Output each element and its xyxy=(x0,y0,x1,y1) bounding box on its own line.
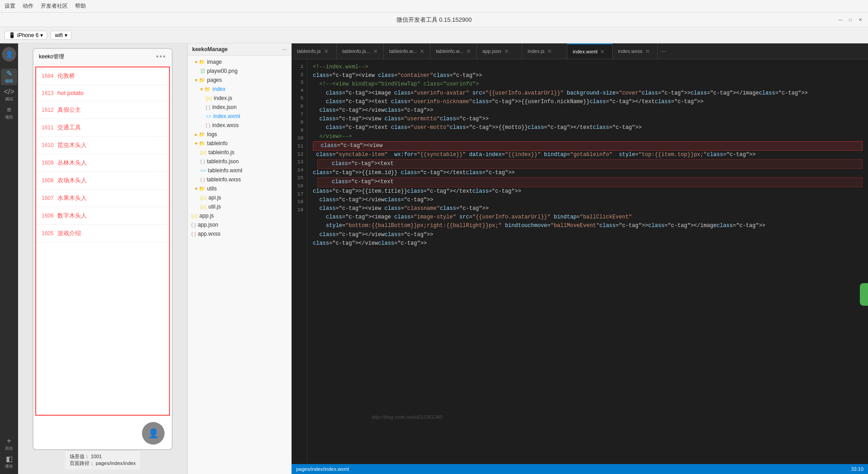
sidebar-item-project[interactable]: ≡ 项目 xyxy=(1,105,17,121)
line-number: 19 xyxy=(295,206,303,214)
menu-actions[interactable]: 动作 xyxy=(23,2,33,10)
line-number: 10 xyxy=(295,134,303,142)
code-line: <!--<view bindtap="bindViewTap" class="u… xyxy=(313,80,863,89)
close-button[interactable]: ✕ xyxy=(857,17,863,23)
tab-index-js[interactable]: index.js✕ xyxy=(522,43,567,59)
tab-close-icon[interactable]: ✕ xyxy=(420,48,425,55)
sidebar-item-debug[interactable]: </> 调试 xyxy=(1,87,17,103)
tab-close-icon[interactable]: ✕ xyxy=(547,48,552,55)
code-area[interactable]: <!--index.wxml-->class="c-tag"><view cla… xyxy=(307,59,868,464)
file-panel-more-icon[interactable]: ··· xyxy=(282,46,287,52)
user-avatar[interactable]: 👤 xyxy=(2,47,16,62)
tab-tableinfo-js2[interactable]: tableinfo.js...✕ xyxy=(337,43,384,59)
file-item[interactable]: [js]util.js xyxy=(188,202,291,211)
sidebar-item-editor[interactable]: ✎ 编辑 xyxy=(1,69,17,85)
phone-menu-dots[interactable]: ••• xyxy=(156,52,166,61)
folder-item[interactable]: ▾ 📁utils xyxy=(188,184,291,193)
list-item[interactable]: 1608农场木头人 xyxy=(36,172,169,190)
file-item[interactable]: { }index.json xyxy=(188,103,291,112)
menu-settings[interactable]: 设置 xyxy=(5,2,15,10)
item-title: 交通工具 xyxy=(57,123,164,132)
js-icon: [js] xyxy=(200,150,207,155)
list-item[interactable]: 1606数字木头人 xyxy=(36,207,169,225)
code-line: class="c-tag"><textclass="c-tag">>{{item… xyxy=(313,159,863,177)
list-item[interactable]: 1611交通工具 xyxy=(36,119,169,137)
folder-item[interactable]: ▾ 📁image xyxy=(188,57,291,66)
file-item[interactable]: 🖼playw00.png xyxy=(188,66,291,76)
list-item[interactable]: 1610昆虫木头人 xyxy=(36,137,169,154)
file-name: index.wxml xyxy=(213,113,240,119)
tab-app-json[interactable]: app.json✕ xyxy=(477,43,522,59)
code-line: class="c-tag"><view class="container"cla… xyxy=(313,71,863,80)
tab-label: tableinfo.w... xyxy=(436,48,463,54)
file-item[interactable]: { }tableinfo.wxss xyxy=(188,175,291,184)
tab-close-icon[interactable]: ✕ xyxy=(504,48,509,55)
tab-index-wxss[interactable]: index.wxss✕ xyxy=(613,43,658,59)
file-item[interactable]: <>index.wxml xyxy=(188,112,291,121)
add-icon: + xyxy=(7,437,11,445)
file-name: playw00.png xyxy=(207,68,237,74)
file-name: tableinfo xyxy=(207,140,227,147)
phone-frame: keeko管理 ••• 1684伦敦桥1613hot potato1612真假公… xyxy=(33,48,173,450)
file-item[interactable]: { }index.wxss xyxy=(188,121,291,130)
minimize-button[interactable]: — xyxy=(837,17,844,23)
list-item[interactable]: 1605游戏介绍 xyxy=(36,225,169,242)
js-icon: [js] xyxy=(200,195,207,200)
editor-tabs: tableinfo.js✕tableinfo.js...✕tableinfo.w… xyxy=(292,43,868,59)
tab-tableinfo-w[interactable]: tableinfo.w...✕ xyxy=(384,43,430,59)
file-item[interactable]: [js]app.js xyxy=(188,211,291,220)
green-badge[interactable] xyxy=(860,283,868,306)
file-item[interactable]: { }app.json xyxy=(188,220,291,229)
network-selector[interactable]: wifi ▾ xyxy=(51,31,71,40)
tab-close-icon[interactable]: ✕ xyxy=(466,48,471,55)
status-path: pages/index/index.wxml xyxy=(296,466,844,472)
sidebar-item-cache[interactable]: ◧ 缓存 xyxy=(1,454,17,470)
tab-close-icon[interactable]: ✕ xyxy=(324,48,329,55)
tab-tableinfo-js[interactable]: tableinfo.js✕ xyxy=(292,43,337,59)
folder-item[interactable]: ▾ 📁tableinfo xyxy=(188,139,291,148)
tab-close-icon[interactable]: ✕ xyxy=(645,48,650,55)
device-name: iPhone 6 xyxy=(17,32,38,38)
list-item[interactable]: 1609丛林木头人 xyxy=(36,154,169,172)
wxml-icon: <> xyxy=(200,168,206,173)
list-item[interactable]: 1607水果木头人 xyxy=(36,190,169,207)
file-item[interactable]: [js]index.js xyxy=(188,94,291,103)
line-number: 5 xyxy=(295,95,303,103)
code-line: class="c-tag"></viewclass="c-tag">> xyxy=(313,231,863,239)
tab-tableinfo-w2[interactable]: tableinfo.w...✕ xyxy=(430,43,477,59)
list-item[interactable]: 1684伦敦桥 xyxy=(36,67,169,85)
code-line xyxy=(313,248,863,256)
folder-item[interactable]: ▾ 📁index xyxy=(188,85,291,94)
maximize-button[interactable]: □ xyxy=(847,17,854,23)
tabs-more-button[interactable]: ··· xyxy=(658,43,670,59)
device-selector[interactable]: 📱 iPhone 6 ▾ xyxy=(5,31,47,40)
tab-close-icon[interactable]: ✕ xyxy=(373,48,378,55)
menu-community[interactable]: 开发者社区 xyxy=(41,2,68,10)
tab-label: index.wxml xyxy=(573,49,597,54)
phone-list[interactable]: 1684伦敦桥1613hot potato1612真假公主1611交通工具161… xyxy=(35,66,170,416)
tab-index-wxml[interactable]: index.wxml✕ xyxy=(567,43,613,59)
item-id: 1608 xyxy=(42,177,57,184)
line-number: 12 xyxy=(295,151,303,159)
file-item[interactable]: [js]api.js xyxy=(188,193,291,202)
path-label: 页面路径： xyxy=(70,460,94,466)
file-item[interactable]: { }app.wxss xyxy=(188,229,291,238)
avatar-ball[interactable]: 👤 xyxy=(142,422,165,445)
item-id: 1613 xyxy=(42,90,57,96)
file-name: index.wxss xyxy=(212,122,239,128)
line-number: 13 xyxy=(295,158,303,166)
sidebar-item-add[interactable]: + 后台 xyxy=(1,436,17,452)
menu-help[interactable]: 帮助 xyxy=(75,2,86,10)
item-title: 昆虫木头人 xyxy=(57,141,164,149)
folder-item[interactable]: ▸ 📁logs xyxy=(188,130,291,139)
line-number: 8 xyxy=(295,118,303,127)
list-item[interactable]: 1613hot potato xyxy=(36,85,169,101)
edit-icon: ✎ xyxy=(6,70,12,77)
file-item[interactable]: { }tableinfo.json xyxy=(188,157,291,166)
folder-item[interactable]: ▾ 📁pages xyxy=(188,76,291,85)
file-item[interactable]: [js]tableinfo.js xyxy=(188,148,291,157)
item-id: 1606 xyxy=(42,213,57,219)
tab-close-icon[interactable]: ✕ xyxy=(600,48,605,55)
file-item[interactable]: <>tableinfo.wxml xyxy=(188,166,291,175)
list-item[interactable]: 1612真假公主 xyxy=(36,101,169,119)
